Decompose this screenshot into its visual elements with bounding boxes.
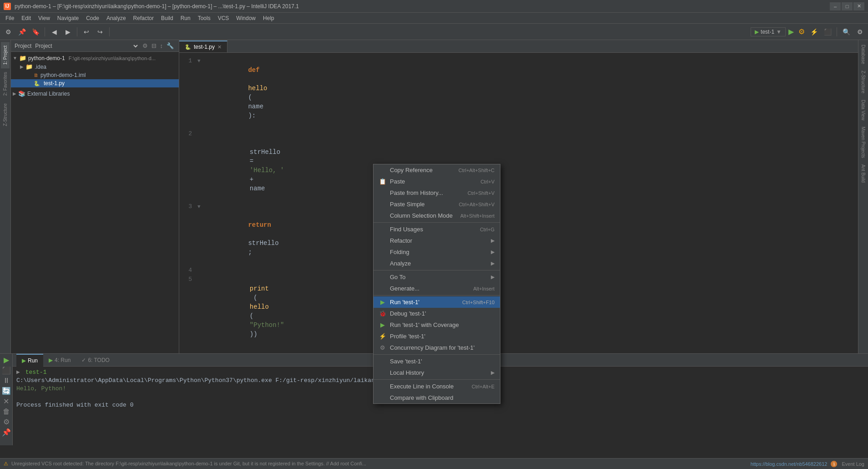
tree-test-py[interactable]: 🐍 test-1.py — [11, 79, 179, 87]
menu-refactor[interactable]: Refactor — [130, 14, 157, 22]
right-tab-ant[interactable]: Ant Build — [859, 162, 867, 185]
right-tab-database[interactable]: Database — [859, 42, 867, 67]
toolbar-settings-btn[interactable]: ⚙ — [2, 25, 15, 38]
menu-window[interactable]: Window — [232, 14, 259, 22]
bottom-tab-todo[interactable]: ✓ 6: TODO — [76, 354, 115, 367]
ctx-local-history[interactable]: Local History ▶ — [373, 367, 500, 378]
menu-build[interactable]: Build — [157, 14, 177, 22]
ctx-paste-history[interactable]: Paste from History... Ctrl+Shift+V — [373, 187, 500, 199]
ctx-column-selection-label: Column Selection Mode — [390, 212, 453, 219]
tree-external-libs[interactable]: ▶ 📚 External Libraries — [11, 89, 179, 98]
editor-tab-test-1[interactable]: 🐍 test-1.py ✕ — [179, 41, 227, 52]
menu-run[interactable]: Run — [177, 14, 194, 22]
ctx-execute-line[interactable]: Execute Line in Console Ctrl+Alt+E — [373, 381, 500, 392]
line-num-5: 5 — [179, 275, 197, 348]
run-close-btn[interactable]: ✕ — [3, 397, 9, 406]
project-scope-select[interactable]: Project — [33, 42, 139, 50]
menu-view[interactable]: View — [35, 14, 54, 22]
menu-help[interactable]: Help — [259, 14, 278, 22]
sidebar-tab-project[interactable]: 1: Project — [1, 42, 10, 68]
ctx-save[interactable]: Save 'test-1' — [373, 356, 500, 367]
ctx-paste-simple[interactable]: Paste Simple Ctrl+Alt+Shift+V — [373, 199, 500, 210]
menu-edit[interactable]: Edit — [18, 14, 35, 22]
ctx-copy-reference[interactable]: Copy Reference Ctrl+Alt+Shift+C — [373, 164, 500, 176]
sidebar-tab-structure[interactable]: Z-Structure — [1, 100, 10, 130]
project-tool-settings[interactable]: ⚙ — [141, 42, 149, 50]
minimize-button[interactable]: – — [830, 2, 841, 10]
fold-btn-1[interactable]: ▼ — [197, 56, 201, 129]
ctx-goto[interactable]: Go To ▶ — [373, 271, 500, 283]
tree-iml[interactable]: 🗎 python-demo-1.iml — [11, 71, 179, 79]
left-sidebar-tabs: 1: Project 2: Favorites Z-Structure — [0, 40, 11, 353]
settings-btn-2[interactable]: ⚙ — [853, 25, 866, 38]
debug-button[interactable]: ⚙ — [797, 27, 807, 36]
line-content-2[interactable]: strHello = 'Hello, ' + name — [204, 129, 858, 202]
ctx-analyze[interactable]: Analyze ▶ — [373, 258, 500, 269]
run-rerun-btn[interactable]: 🔄 — [2, 387, 11, 395]
ctx-run-test[interactable]: ▶ Run 'test-1' Ctrl+Shift+F10 — [373, 296, 500, 308]
run-pin-btn[interactable]: 📌 — [2, 428, 11, 437]
ctx-compare-clipboard[interactable]: Compare with Clipboard — [373, 392, 500, 403]
root-folder-icon: 📁 — [19, 55, 26, 61]
status-warning-area: ⚠ Unregistered VCS root detected: The di… — [4, 461, 751, 467]
tree-root[interactable]: ▼ 📁 python-demo-1 F:\git-resp\xinzhiyun\… — [11, 54, 179, 62]
toolbar-back-btn[interactable]: ◀ — [48, 25, 61, 38]
menu-file[interactable]: File — [2, 14, 18, 22]
menu-code[interactable]: Code — [82, 14, 103, 22]
project-tool-collapse[interactable]: ⊟ — [150, 42, 158, 50]
tab-close-btn[interactable]: ✕ — [217, 44, 222, 50]
toolbar-forward-btn[interactable]: ▶ — [61, 25, 74, 38]
line-content-1[interactable]: def hello ( name ): — [202, 56, 858, 129]
ctx-run-coverage[interactable]: ▶ Run 'test-1' with Coverage — [373, 319, 500, 331]
run-stop-btn[interactable]: ⬛ — [2, 366, 11, 375]
toolbar-undo-btn[interactable]: ↩ — [80, 25, 93, 38]
tree-arrow-idea: ▶ — [20, 64, 24, 69]
ctx-generate[interactable]: Generate... Alt+Insert — [373, 283, 500, 294]
right-tab-maven[interactable]: Maven Projects — [859, 124, 867, 161]
line-content-5[interactable]: print ( hello ( "Python!" )) — [204, 275, 858, 348]
menu-analyze[interactable]: Analyze — [103, 14, 130, 22]
ctx-paste[interactable]: 📋 Paste Ctrl+V — [373, 176, 500, 187]
ctx-concurrency[interactable]: ⚙ Concurrency Diagram for 'test-1' — [373, 342, 500, 353]
run-test-shortcut: Ctrl+Shift+F10 — [462, 300, 495, 305]
run-pause-btn[interactable]: ⏸ — [3, 377, 10, 385]
bottom-tab-run[interactable]: ▶ Run — [16, 354, 43, 367]
project-tool-scroll[interactable]: ↕ — [159, 42, 165, 50]
tree-idea[interactable]: ▶ 📁 .idea — [11, 62, 179, 71]
right-tab-dataview[interactable]: Data View — [859, 97, 867, 123]
ctx-find-usages[interactable]: Find Usages Ctrl+G — [373, 224, 500, 235]
run-config-selector[interactable]: ▶ test-1 ▼ — [751, 27, 786, 36]
run-with-coverage-button[interactable]: ⚡ — [807, 25, 820, 38]
search-everywhere-btn[interactable]: 🔍 — [840, 25, 853, 38]
toolbar-pin-btn[interactable]: 📌 — [15, 25, 28, 38]
right-tab-zstructure[interactable]: Z-Structure — [859, 68, 867, 96]
fold-btn-3[interactable]: ▼ — [197, 202, 201, 266]
ctx-folding[interactable]: Folding ▶ — [373, 246, 500, 258]
ctx-profile[interactable]: ⚡ Profile 'test-1' — [373, 331, 500, 342]
run-play-btn[interactable]: ▶ — [4, 356, 9, 364]
bottom-tab-4run[interactable]: ▶ 4: Run — [43, 354, 76, 367]
toolbar-bookmark-btn[interactable]: 🔖 — [29, 25, 42, 38]
run-button[interactable]: ▶ — [787, 27, 796, 36]
menu-vcs[interactable]: VCS — [214, 14, 233, 22]
menu-navigate[interactable]: Navigate — [54, 14, 82, 22]
ctx-debug-test[interactable]: 🐞 Debug 'test-1' — [373, 308, 500, 319]
stop-button[interactable]: ⬛ — [821, 25, 834, 38]
project-tool-gear[interactable]: 🔧 — [165, 42, 175, 50]
event-log-badge: 1 — [831, 461, 837, 467]
line-num-4: 4 — [179, 266, 197, 275]
line-content-3[interactable]: return strHello ; — [202, 202, 858, 266]
tree-root-label: python-demo-1 — [28, 55, 65, 61]
run-settings-btn[interactable]: ⚙ — [3, 418, 10, 426]
run-trash-btn[interactable]: 🗑 — [3, 408, 10, 416]
close-button[interactable]: ✕ — [853, 2, 864, 10]
toolbar-redo-btn[interactable]: ↪ — [94, 25, 106, 38]
code-editor[interactable]: 1 ▼ def hello ( name ): 2 — [179, 53, 858, 353]
ctx-refactor[interactable]: Refactor ▶ — [373, 235, 500, 246]
sidebar-tab-favorites[interactable]: 2: Favorites — [1, 68, 10, 99]
maximize-button[interactable]: □ — [842, 2, 853, 10]
event-log-label[interactable]: Event Log — [842, 461, 864, 467]
ctx-column-selection[interactable]: Column Selection Mode Alt+Shift+Insert — [373, 210, 500, 221]
line-content-4[interactable] — [204, 266, 858, 275]
menu-tools[interactable]: Tools — [194, 14, 214, 22]
